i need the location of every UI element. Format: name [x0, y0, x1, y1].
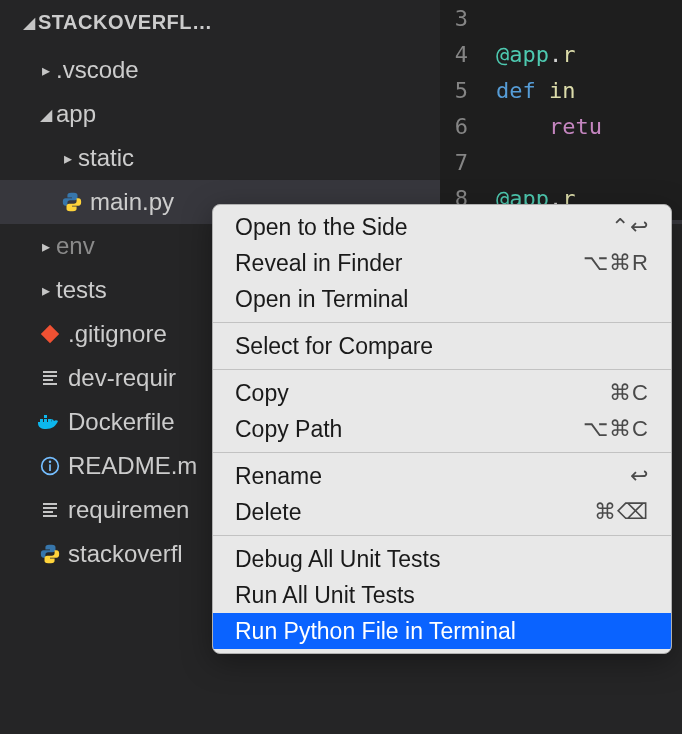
context-menu: Open to the Side⌃↩Reveal in Finder⌥⌘ROpe…	[212, 204, 672, 654]
svg-point-6	[49, 461, 52, 464]
svg-rect-2	[44, 419, 47, 422]
editor-line: 5def in	[440, 72, 682, 108]
text-icon	[36, 369, 64, 387]
editor-line: 3	[440, 0, 682, 36]
tree-item-label: .vscode	[56, 56, 139, 84]
menu-item-reveal-in-finder[interactable]: Reveal in Finder⌥⌘R	[213, 245, 671, 281]
menu-item-open-to-the-side[interactable]: Open to the Side⌃↩	[213, 209, 671, 245]
git-icon	[36, 324, 64, 344]
menu-separator	[213, 535, 671, 536]
menu-item-label: Delete	[235, 499, 594, 526]
line-number: 6	[440, 114, 496, 139]
chevron-down-icon: ◢	[36, 105, 56, 124]
line-number: 3	[440, 6, 496, 31]
menu-item-open-in-terminal[interactable]: Open in Terminal	[213, 281, 671, 317]
chevron-right-icon: ▸	[36, 281, 56, 300]
menu-item-copy[interactable]: Copy⌘C	[213, 375, 671, 411]
menu-item-shortcut: ⌘C	[609, 380, 649, 406]
menu-item-run-python-file-in-terminal[interactable]: Run Python File in Terminal	[213, 613, 671, 649]
chevron-right-icon: ▸	[36, 61, 56, 80]
editor-line: 6 retu	[440, 108, 682, 144]
menu-item-copy-path[interactable]: Copy Path⌥⌘C	[213, 411, 671, 447]
tree-item-label: tests	[56, 276, 107, 304]
menu-item-shortcut: ⌃↩	[611, 214, 649, 240]
menu-separator	[213, 452, 671, 453]
menu-item-debug-all-unit-tests[interactable]: Debug All Unit Tests	[213, 541, 671, 577]
chevron-right-icon: ▸	[36, 237, 56, 256]
menu-item-label: Copy Path	[235, 416, 583, 443]
tree-item-label: static	[78, 144, 134, 172]
menu-item-label: Open in Terminal	[235, 286, 649, 313]
menu-item-label: Reveal in Finder	[235, 250, 583, 277]
tree-item-label: stackoverfl	[68, 540, 183, 568]
menu-item-shortcut: ↩	[630, 463, 649, 489]
menu-item-rename[interactable]: Rename↩	[213, 458, 671, 494]
menu-item-shortcut: ⌥⌘C	[583, 416, 649, 442]
tree-item-label: dev-requir	[68, 364, 176, 392]
editor-line: 4@app.r	[440, 36, 682, 72]
tree-item-label: .gitignore	[68, 320, 167, 348]
tree-item-label: Dockerfile	[68, 408, 175, 436]
tree-item-label: requiremen	[68, 496, 189, 524]
svg-rect-4	[44, 415, 47, 418]
docker-icon	[36, 413, 64, 431]
menu-item-label: Copy	[235, 380, 609, 407]
code-content: def in	[496, 78, 575, 103]
menu-item-label: Select for Compare	[235, 333, 649, 360]
editor-line: 7	[440, 144, 682, 180]
chevron-down-icon[interactable]: ◢	[20, 13, 38, 32]
menu-item-label: Debug All Unit Tests	[235, 546, 649, 573]
menu-item-shortcut: ⌥⌘R	[583, 250, 649, 276]
text-icon	[36, 501, 64, 519]
menu-item-label: Rename	[235, 463, 630, 490]
tree-item-label: main.py	[90, 188, 174, 216]
menu-item-shortcut: ⌘⌫	[594, 499, 649, 525]
tree-item-label: README.m	[68, 452, 197, 480]
svg-rect-3	[48, 419, 51, 422]
menu-item-run-all-unit-tests[interactable]: Run All Unit Tests	[213, 577, 671, 613]
info-icon	[36, 456, 64, 476]
svg-rect-7	[49, 464, 51, 471]
tree-item-label: app	[56, 100, 96, 128]
menu-item-select-for-compare[interactable]: Select for Compare	[213, 328, 671, 364]
python-icon	[36, 543, 64, 565]
code-content: retu	[496, 114, 602, 139]
line-number: 7	[440, 150, 496, 175]
menu-separator	[213, 369, 671, 370]
menu-item-label: Run All Unit Tests	[235, 582, 649, 609]
tree-item-label: env	[56, 232, 95, 260]
menu-item-label: Run Python File in Terminal	[235, 618, 649, 645]
menu-separator	[213, 322, 671, 323]
code-content: @app.r	[496, 42, 575, 67]
editor-preview: 34@app.r5def in6 retu78@app.r	[440, 0, 682, 220]
python-icon	[58, 191, 86, 213]
line-number: 4	[440, 42, 496, 67]
chevron-right-icon: ▸	[58, 149, 78, 168]
svg-rect-1	[40, 419, 43, 422]
menu-item-delete[interactable]: Delete⌘⌫	[213, 494, 671, 530]
line-number: 5	[440, 78, 496, 103]
menu-item-label: Open to the Side	[235, 214, 611, 241]
